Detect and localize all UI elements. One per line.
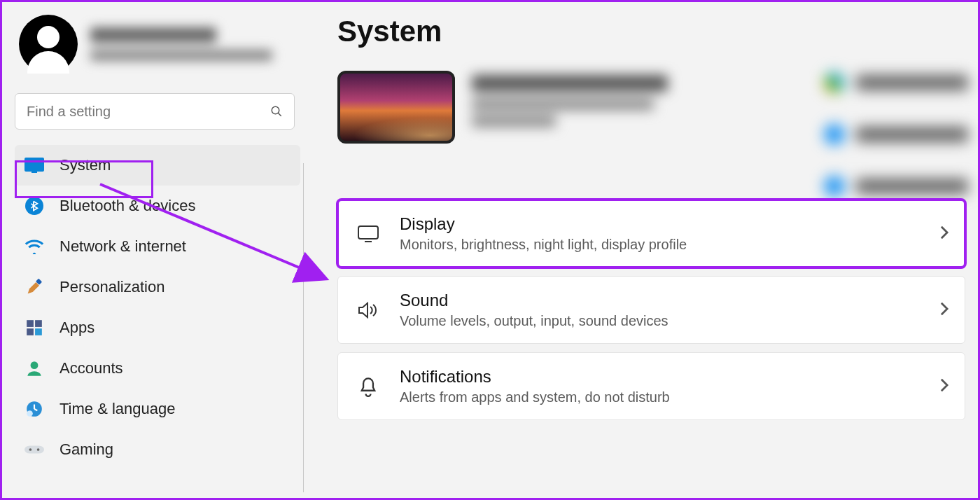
settings-cards: Display Monitors, brightness, night ligh… — [337, 200, 965, 420]
sidebar-item-personalization[interactable]: Personalization — [15, 267, 300, 307]
avatar[interactable] — [19, 15, 78, 74]
card-notifications[interactable]: Notifications Alerts from apps and syste… — [337, 352, 965, 420]
sidebar-item-gaming[interactable]: Gaming — [15, 429, 300, 470]
nav-list: System Bluetooth & devices Network & int… — [15, 145, 303, 470]
chevron-right-icon — [939, 377, 949, 396]
sidebar-item-label: Personalization — [59, 278, 164, 296]
display-icon — [356, 222, 380, 246]
sidebar-item-time-language[interactable]: Time & language — [15, 389, 300, 429]
sidebar-item-label: Time & language — [59, 400, 176, 418]
sidebar-item-accounts[interactable]: Accounts — [15, 348, 300, 389]
bluetooth-icon — [24, 196, 44, 216]
card-title: Display — [400, 214, 687, 234]
svg-rect-16 — [358, 226, 378, 239]
paint-icon — [24, 277, 44, 297]
sidebar-item-label: Gaming — [59, 440, 113, 459]
svg-point-0 — [272, 106, 279, 114]
card-sound[interactable]: Sound Volume levels, output, input, soun… — [337, 276, 965, 344]
system-icon — [24, 155, 44, 175]
chevron-right-icon — [939, 301, 949, 319]
main-content: System Display Monitors, brightness, nig… — [303, 2, 978, 498]
card-title: Sound — [400, 291, 668, 310]
page-title: System — [337, 15, 965, 48]
svg-rect-2 — [24, 158, 44, 172]
sidebar-item-apps[interactable]: Apps — [15, 307, 300, 348]
svg-rect-3 — [31, 172, 37, 173]
sidebar-item-bluetooth[interactable]: Bluetooth & devices — [15, 186, 300, 226]
apps-icon — [24, 318, 44, 338]
svg-point-14 — [29, 448, 32, 451]
bell-icon — [356, 375, 380, 398]
card-subtitle: Volume levels, output, input, sound devi… — [400, 313, 668, 329]
profile-header[interactable] — [15, 15, 303, 74]
card-title: Notifications — [400, 367, 670, 387]
svg-rect-6 — [27, 320, 34, 327]
accounts-icon — [24, 359, 44, 378]
card-subtitle: Alerts from apps and system, do not dist… — [400, 389, 670, 405]
card-display[interactable]: Display Monitors, brightness, night ligh… — [337, 200, 965, 268]
svg-point-15 — [37, 448, 40, 451]
svg-rect-9 — [35, 328, 42, 335]
svg-point-12 — [27, 410, 33, 417]
sidebar-item-network[interactable]: Network & internet — [15, 226, 300, 267]
search-box[interactable] — [15, 93, 295, 130]
sound-icon — [356, 298, 380, 322]
quick-links — [824, 72, 968, 197]
sidebar-item-label: Bluetooth & devices — [59, 197, 195, 215]
svg-rect-13 — [24, 445, 44, 453]
card-subtitle: Monitors, brightness, night light, displ… — [400, 237, 687, 253]
sidebar-item-label: Apps — [59, 319, 94, 337]
search-input[interactable] — [27, 104, 270, 120]
chevron-right-icon — [939, 225, 949, 243]
profile-text — [90, 27, 272, 61]
sidebar-item-label: Accounts — [59, 359, 123, 377]
svg-rect-7 — [35, 320, 42, 327]
gaming-icon — [24, 440, 44, 459]
clock-icon — [24, 399, 44, 419]
sidebar: System Bluetooth & devices Network & int… — [2, 2, 303, 498]
svg-line-1 — [278, 113, 281, 116]
svg-rect-8 — [27, 328, 34, 335]
sidebar-item-system[interactable]: System — [15, 145, 300, 186]
sidebar-item-label: System — [59, 156, 111, 174]
sidebar-item-label: Network & internet — [59, 237, 186, 256]
wifi-icon — [24, 237, 44, 256]
device-thumbnail[interactable] — [337, 71, 455, 144]
svg-point-10 — [31, 361, 38, 369]
search-icon — [270, 105, 283, 118]
device-info — [472, 71, 668, 127]
